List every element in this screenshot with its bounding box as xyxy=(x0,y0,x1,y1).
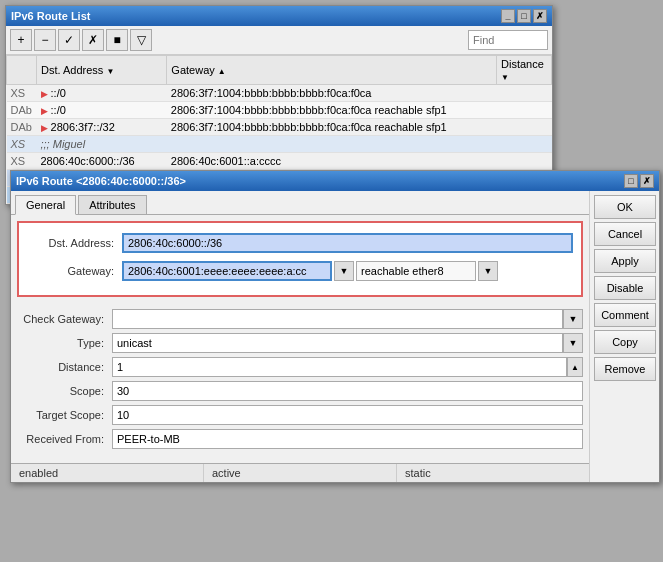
distance-label: Distance: xyxy=(17,361,112,373)
route-list-title-bar: IPv6 Route List _ □ ✗ xyxy=(6,6,552,26)
title-bar-buttons: _ □ ✗ xyxy=(501,9,547,23)
detail-close-btn[interactable]: ✗ xyxy=(640,174,654,188)
close-btn[interactable]: ✗ xyxy=(533,9,547,23)
table-row[interactable]: XS 2806:40c:6000::/36 2806:40c:6001::a:c… xyxy=(7,153,552,170)
row-gateway: 2806:3f7:1004:bbbb:bbbb:bbbb:f0ca:f0ca r… xyxy=(167,119,497,136)
cancel-button[interactable]: Cancel xyxy=(594,222,656,246)
gateway-dropdown-btn[interactable]: ▼ xyxy=(334,261,354,281)
detail-title-btns: □ ✗ xyxy=(624,174,654,188)
route-list-title: IPv6 Route List xyxy=(11,10,90,22)
dst-address-input[interactable] xyxy=(122,233,573,253)
check-gateway-field: ▼ xyxy=(112,309,583,329)
received-from-input[interactable] xyxy=(112,429,583,449)
row-type: XS xyxy=(7,85,37,102)
type-field: ▼ xyxy=(112,333,583,353)
check-gateway-label: Check Gateway: xyxy=(17,313,112,325)
route-detail-window: IPv6 Route <2806:40c:6000::/36> □ ✗ Gene… xyxy=(10,170,660,483)
row-distance xyxy=(497,119,552,136)
scope-label: Scope: xyxy=(17,385,112,397)
row-type: XS xyxy=(7,153,37,170)
copy-btn[interactable]: ■ xyxy=(106,29,128,51)
row-type: DAb xyxy=(7,102,37,119)
col-dst: Dst. Address ▼ xyxy=(37,56,167,85)
col-distance: Distance ▼ xyxy=(497,56,552,85)
distance-row: Distance: ▲ xyxy=(17,357,583,377)
status-enabled: enabled xyxy=(11,464,204,482)
gateway-row: Gateway: ▼ ▼ xyxy=(27,259,573,283)
check-btn[interactable]: ✓ xyxy=(58,29,80,51)
gateway-suffix-btn[interactable]: ▼ xyxy=(478,261,498,281)
arrow-icon: ▶ xyxy=(41,89,48,99)
comment-button[interactable]: Comment xyxy=(594,303,656,327)
row-group-label: ;;; Miguel xyxy=(37,136,552,153)
table-row[interactable]: DAb ▶ 2806:3f7::/32 2806:3f7:1004:bbbb:b… xyxy=(7,119,552,136)
maximize-btn[interactable]: □ xyxy=(517,9,531,23)
tabs: General Attributes xyxy=(11,191,589,215)
sort-icon: ▼ xyxy=(106,67,114,76)
main-panel: General Attributes Dst. Address: Gateway… xyxy=(11,191,589,482)
row-gateway: 2806:40c:6001::a:cccc xyxy=(167,153,497,170)
remove-button[interactable]: Remove xyxy=(594,357,656,381)
filter-btn[interactable]: ▽ xyxy=(130,29,152,51)
remove-btn[interactable]: − xyxy=(34,29,56,51)
copy-button[interactable]: Copy xyxy=(594,330,656,354)
find-input[interactable] xyxy=(468,30,548,50)
minimize-btn[interactable]: _ xyxy=(501,9,515,23)
type-input[interactable] xyxy=(112,333,563,353)
type-label: Type: xyxy=(17,337,112,349)
status-bar: enabled active static xyxy=(11,463,589,482)
scope-row: Scope: xyxy=(17,381,583,401)
arrow-icon: ▶ xyxy=(41,123,48,133)
col-gateway: Gateway ▲ xyxy=(167,56,497,85)
row-distance xyxy=(497,85,552,102)
type-dropdown[interactable]: ▼ xyxy=(563,333,583,353)
disable-button[interactable]: Disable xyxy=(594,276,656,300)
distance-field: ▲ xyxy=(112,357,583,377)
cancel-btn[interactable]: ✗ xyxy=(82,29,104,51)
row-dst: ▶ ::/0 xyxy=(37,85,167,102)
distance-input[interactable] xyxy=(112,357,567,377)
scope-input[interactable] xyxy=(112,381,583,401)
add-btn[interactable]: + xyxy=(10,29,32,51)
target-scope-input[interactable] xyxy=(112,405,583,425)
check-gateway-row: Check Gateway: ▼ xyxy=(17,309,583,329)
gateway-input[interactable] xyxy=(122,261,332,281)
row-distance xyxy=(497,153,552,170)
target-scope-label: Target Scope: xyxy=(17,409,112,421)
target-scope-row: Target Scope: xyxy=(17,405,583,425)
ok-button[interactable]: OK xyxy=(594,195,656,219)
gateway-suffix-input[interactable] xyxy=(356,261,476,281)
row-dst: ▶ 2806:3f7::/32 xyxy=(37,119,167,136)
detail-content: General Attributes Dst. Address: Gateway… xyxy=(11,191,659,482)
detail-maximize-btn[interactable]: □ xyxy=(624,174,638,188)
table-row[interactable]: DAb ▶ ::/0 2806:3f7:1004:bbbb:bbbb:bbbb:… xyxy=(7,102,552,119)
table-row-group: XS ;;; Miguel xyxy=(7,136,552,153)
dst-address-row: Dst. Address: xyxy=(27,231,573,255)
detail-title-bar: IPv6 Route <2806:40c:6000::/36> □ ✗ xyxy=(11,171,659,191)
tab-attributes[interactable]: Attributes xyxy=(78,195,146,214)
row-type: DAb xyxy=(7,119,37,136)
check-gateway-dropdown[interactable]: ▼ xyxy=(563,309,583,329)
arrow-icon: ▶ xyxy=(41,106,48,116)
status-static: static xyxy=(397,464,589,482)
tab-general[interactable]: General xyxy=(15,195,76,215)
type-row: Type: ▼ xyxy=(17,333,583,353)
received-from-label: Received From: xyxy=(17,433,112,445)
gateway-label: Gateway: xyxy=(27,265,122,277)
row-distance xyxy=(497,102,552,119)
table-row[interactable]: XS ▶ ::/0 2806:3f7:1004:bbbb:bbbb:bbbb:f… xyxy=(7,85,552,102)
dst-label: Dst. Address: xyxy=(27,237,122,249)
row-type: XS xyxy=(7,136,37,153)
toolbar: + − ✓ ✗ ■ ▽ xyxy=(6,26,552,55)
row-gateway: 2806:3f7:1004:bbbb:bbbb:bbbb:f0ca:f0ca xyxy=(167,85,497,102)
distance-scroll-up[interactable]: ▲ xyxy=(567,357,583,377)
side-buttons: OK Cancel Apply Disable Comment Copy Rem… xyxy=(589,191,659,482)
row-dst: ▶ ::/0 xyxy=(37,102,167,119)
detail-title: IPv6 Route <2806:40c:6000::/36> xyxy=(16,175,186,187)
check-gateway-input[interactable] xyxy=(112,309,563,329)
sort-icon-gw: ▲ xyxy=(218,67,226,76)
apply-button[interactable]: Apply xyxy=(594,249,656,273)
row-dst: 2806:40c:6000::/36 xyxy=(37,153,167,170)
gateway-field-group: ▼ ▼ xyxy=(122,261,573,281)
row-gateway: 2806:3f7:1004:bbbb:bbbb:bbbb:f0ca:f0ca r… xyxy=(167,102,497,119)
